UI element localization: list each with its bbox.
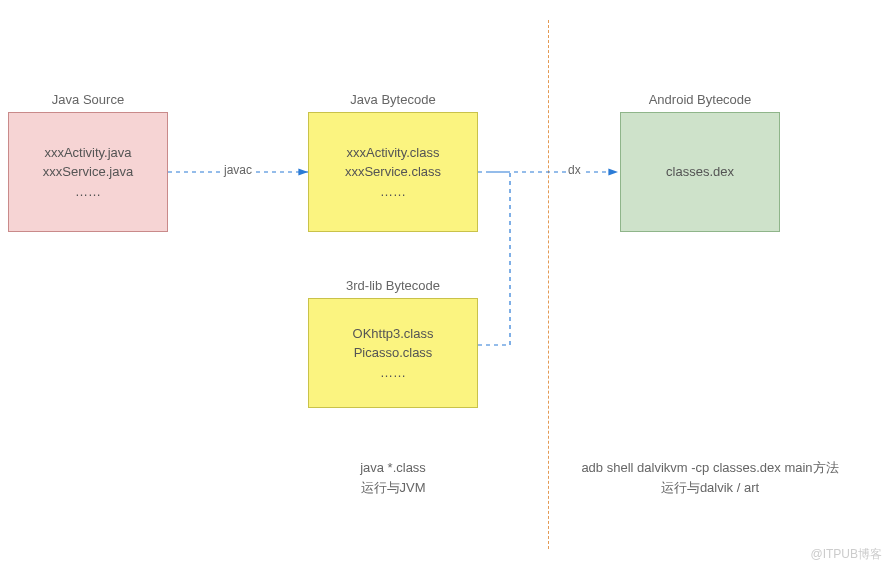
caption-line: adb shell dalvikvm -cp classes.dex main方… xyxy=(560,458,860,478)
box-line: xxxService.java xyxy=(43,162,133,182)
box-line: Picasso.class xyxy=(354,343,433,363)
arrow-label-javac: javac xyxy=(222,163,254,177)
box-line: OKhttp3.class xyxy=(353,324,434,344)
title-java-bytecode: Java Bytecode xyxy=(308,92,478,107)
watermark: @ITPUB博客 xyxy=(810,546,882,563)
box-java-bytecode: xxxActivity.class xxxService.class …… xyxy=(308,112,478,232)
title-java-source: Java Source xyxy=(8,92,168,107)
caption-line: java *.class xyxy=(308,458,478,478)
box-3rdlib-bytecode: OKhttp3.class Picasso.class …… xyxy=(308,298,478,408)
caption-right: adb shell dalvikvm -cp classes.dex main方… xyxy=(560,458,860,497)
arrow-thirdlib-merge xyxy=(478,172,510,345)
box-line: …… xyxy=(75,182,101,202)
box-line: classes.dex xyxy=(666,162,734,182)
box-line: xxxService.class xyxy=(345,162,441,182)
box-line: …… xyxy=(380,363,406,383)
box-line: xxxActivity.java xyxy=(44,143,131,163)
box-line: …… xyxy=(380,182,406,202)
caption-line: 运行与dalvik / art xyxy=(560,478,860,498)
vertical-divider xyxy=(548,20,549,549)
caption-line: 运行与JVM xyxy=(308,478,478,498)
box-android-bytecode: classes.dex xyxy=(620,112,780,232)
title-android-bytecode: Android Bytecode xyxy=(620,92,780,107)
title-3rdlib-bytecode: 3rd-lib Bytecode xyxy=(308,278,478,293)
box-line: xxxActivity.class xyxy=(347,143,440,163)
caption-left: java *.class 运行与JVM xyxy=(308,458,478,497)
box-java-source: xxxActivity.java xxxService.java …… xyxy=(8,112,168,232)
arrow-label-dx: dx xyxy=(566,163,583,177)
